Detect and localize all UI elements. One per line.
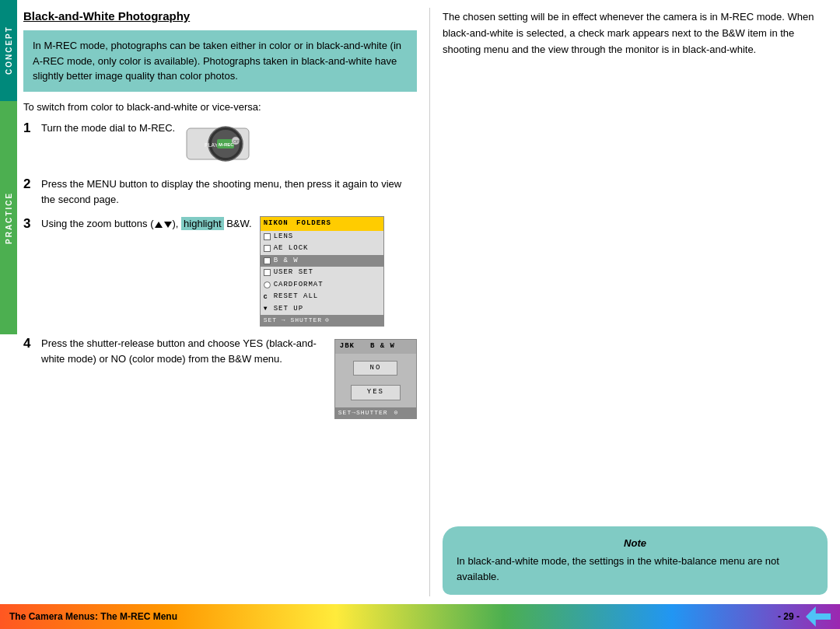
menu-item-setup: ▼ SET UP [261, 303, 383, 316]
no-label: NO [369, 364, 381, 372]
footer-title: The Camera Menus: The M-REC Menu [9, 611, 177, 622]
step-2-text-2: the second page. [41, 192, 417, 208]
checkbox-bw [264, 257, 271, 264]
yes-label: YES [367, 388, 384, 396]
bw-footer-text: SET→SHUTTER [338, 409, 388, 416]
intro-text: To switch from color to black-and-white … [23, 100, 417, 115]
main-content: CONCEPT PRACTICE Black-and-White Photogr… [0, 0, 840, 604]
nikon-label: NIKON [264, 219, 289, 227]
bw-header-left: JBK [340, 341, 355, 352]
right-panel: The chosen setting will be in effect whe… [430, 0, 840, 604]
footer-page: - 29 - [778, 606, 831, 627]
note-box: Note In black-and-white mode, the settin… [443, 526, 828, 595]
menu-item-aelock: AE LOCK [261, 243, 383, 255]
yes-button: YES [351, 385, 401, 400]
triangle-up-icon [155, 222, 163, 228]
checkbox-userset [264, 269, 271, 276]
arrow-setup: ▼ [264, 304, 271, 313]
left-panel: Black-and-White Photography In M-REC mod… [17, 0, 429, 604]
svg-text:OFF: OFF [233, 139, 241, 144]
right-spacer [443, 58, 828, 519]
step-1-content: Turn the mode dial to M-REC. PLAY [41, 121, 417, 167]
page-title: Black-and-White Photography [23, 9, 417, 23]
concept-label: CONCEPT [0, 0, 17, 101]
note-text: In black-and-white mode, the settings in… [457, 554, 814, 584]
concept-box: In M-REC mode, photographs can be taken … [23, 30, 417, 92]
step-3-content: Using the zoom buttons (), highlight B&W… [41, 216, 417, 327]
step-1-text: Turn the mode dial to M-REC. [41, 121, 175, 136]
circle-cardformat [264, 281, 271, 288]
no-button: NO [353, 361, 397, 376]
step-3-row: 3 Using the zoom buttons (), highlight B… [23, 216, 417, 327]
menu-label-aelock: AE LOCK [274, 243, 309, 254]
menu-item-bw: B & W [261, 255, 383, 267]
page-container: CONCEPT PRACTICE Black-and-White Photogr… [0, 0, 840, 629]
menu-item-cardformat: CARDFORMAT [261, 279, 383, 292]
camera-dial-image: PLAY M-REC OFF [183, 121, 253, 167]
footer-page-number: - 29 - [778, 611, 800, 622]
step-3-text-wrapper: Using the zoom buttons (), highlight B&W… [41, 216, 252, 232]
step-1-number: 1 [23, 121, 37, 136]
triangle-down-icon [164, 222, 172, 228]
svg-text:PLAY: PLAY [205, 142, 219, 148]
bw-menu-screenshot: JBK B & W NO [334, 339, 417, 419]
bw-shutter-icon: ⊙ [394, 409, 398, 416]
menu-1-footer: SET → SHUTTER ⊙ [261, 315, 383, 326]
bw-menu-header: JBK B & W [335, 340, 416, 354]
note-title: Note [457, 537, 814, 549]
step-3-inline: Using the zoom buttons (), highlight B&W… [41, 216, 417, 327]
step-4-number: 4 [23, 336, 37, 351]
right-top-text: The chosen setting will be in effect whe… [443, 9, 828, 58]
bw-menu-body: NO YES [335, 354, 416, 407]
bw-header-right: B & W [370, 341, 395, 352]
practice-label: PRACTICE [0, 101, 17, 334]
checkbox-aelock [264, 245, 271, 252]
menu-1-footer-text: SET → SHUTTER [264, 316, 322, 325]
checkbox-lens [264, 233, 271, 240]
step-2-number: 2 [23, 176, 37, 192]
menu-1-header: NIKON FOLDERS [261, 217, 383, 231]
menu-item-lens: LENS [261, 231, 383, 243]
menu-label-bw: B & W [274, 256, 299, 267]
step-4-inline: Press the shutter-release button and cho… [41, 336, 417, 419]
menu-label-lens: LENS [274, 232, 294, 243]
step-3-number: 3 [23, 216, 37, 232]
step-4-row: 4 Press the shutter-release button and c… [23, 336, 417, 419]
concept-text: In M-REC mode, photographs can be taken … [33, 40, 401, 82]
menu-label-resetall: RESET ALL [274, 292, 319, 302]
step-2-content: Press the MENU button to display the sho… [41, 176, 417, 207]
step-4-text: Press the shutter-release button and cho… [41, 336, 327, 366]
step-2-text-1: Press the MENU button to display the sho… [41, 176, 417, 192]
bw-menu-footer: SET→SHUTTER ⊙ [335, 407, 416, 418]
footer: The Camera Menus: The M-REC Menu - 29 - [0, 604, 840, 629]
step-1-inline: Turn the mode dial to M-REC. PLAY [41, 121, 417, 167]
bw-item-no: NO [335, 358, 416, 379]
menu-1-screenshot: NIKON FOLDERS LENS AE LOCK [260, 216, 384, 327]
menu-1-header-label: FOLDERS [296, 219, 331, 227]
side-labels: CONCEPT PRACTICE [0, 0, 17, 604]
menu-label-userset: USER SET [274, 267, 313, 278]
c-label: C [264, 292, 271, 302]
menu-item-resetall: C RESET ALL [261, 291, 383, 303]
menu-label-cardformat: CARDFORMAT [274, 280, 324, 291]
step-4-content: Press the shutter-release button and cho… [41, 336, 417, 419]
step-1-row: 1 Turn the mode dial to M-REC. PLAY [23, 121, 417, 167]
menu-item-userset: USER SET [261, 267, 383, 279]
menu-label-setup: SET UP [274, 304, 303, 315]
highlight-text: highlight [181, 217, 223, 230]
shutter-icon: ⊙ [325, 316, 330, 325]
bw-item-yes: YES [335, 383, 416, 403]
svg-text:M-REC: M-REC [219, 142, 234, 147]
step-2-row: 2 Press the MENU button to display the s… [23, 176, 417, 207]
next-page-arrow[interactable] [806, 606, 831, 627]
